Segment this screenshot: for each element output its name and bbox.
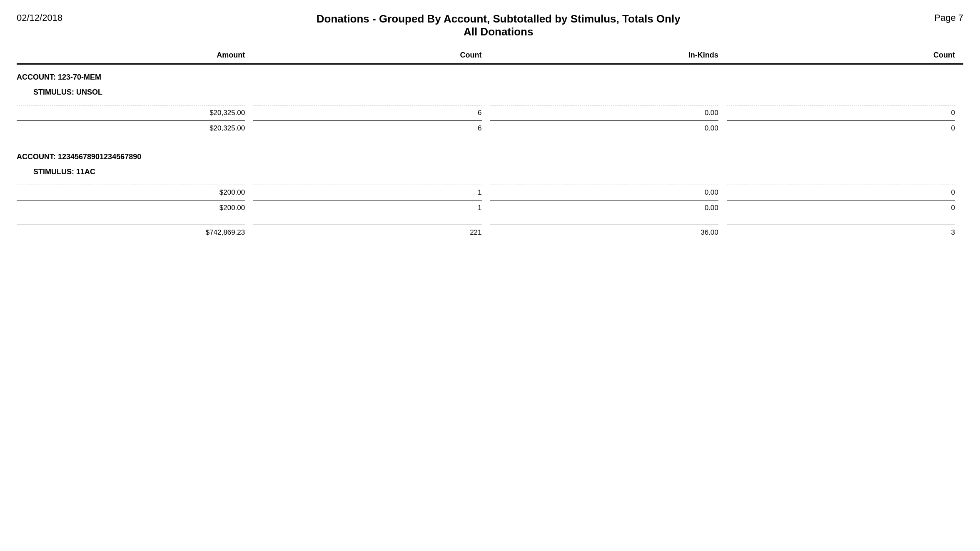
subtotal-count-cell: 6 (253, 124, 490, 133)
account-label-1: ACCOUNT: 123-70-MEM (17, 73, 963, 82)
subtotal-count-cell-2: 1 (253, 204, 490, 212)
col-header-count: Count (253, 51, 490, 61)
header-top-double-line (17, 63, 963, 65)
grand-total-row: $742,869.23 221 36.00 3 (17, 225, 963, 240)
col-header-inkinds: In-Kinds (490, 51, 727, 61)
table-row: $20,325.00 6 0.00 0 (17, 121, 963, 136)
account-label-2: ACCOUNT: 12345678901234567890 (17, 153, 963, 161)
stimulus-label-1: STIMULUS: UNSOL (33, 88, 963, 97)
count-cell-2: 1 (253, 188, 490, 197)
report-title-line2: All Donations (62, 25, 934, 38)
grand-total-ikcount: 3 (727, 228, 963, 237)
table-row: $20,325.00 6 0.00 0 (17, 105, 963, 120)
row-separator-2 (17, 200, 963, 200)
grand-total-inkinds: 36.00 (490, 228, 727, 237)
subtotal-ikcount-cell-2: 0 (727, 204, 963, 212)
dashed-line-2 (17, 185, 963, 185)
grand-total-count: 221 (253, 228, 490, 237)
report-content: ACCOUNT: 123-70-MEM STIMULUS: UNSOL $20,… (17, 73, 963, 240)
ikcount-cell: 0 (727, 109, 963, 117)
col-header-amount: Amount (17, 51, 253, 61)
subtotal-inkinds-cell: 0.00 (490, 124, 727, 133)
amount-cell: $20,325.00 (17, 109, 253, 117)
grand-total-amount: $742,869.23 (17, 228, 253, 237)
subtotal-inkinds-cell-2: 0.00 (490, 204, 727, 212)
inkinds-cell: 0.00 (490, 109, 727, 117)
inkinds-cell-2: 0.00 (490, 188, 727, 197)
subtotal-ikcount-cell: 0 (727, 124, 963, 133)
subtotal-amount-cell: $20,325.00 (17, 124, 253, 133)
grand-total-double-line (17, 224, 963, 225)
table-row: $200.00 1 0.00 0 (17, 200, 963, 215)
col-header-count2: Count (727, 51, 963, 61)
table-row: $200.00 1 0.00 0 (17, 185, 963, 200)
ikcount-cell-2: 0 (727, 188, 963, 197)
stimulus-label-2: STIMULUS: 11AC (33, 168, 963, 176)
page-number: Page 7 (934, 13, 963, 23)
dashed-line-1 (17, 105, 963, 105)
report-title-line1: Donations - Grouped By Account, Subtotal… (62, 13, 934, 25)
report-title: Donations - Grouped By Account, Subtotal… (62, 13, 934, 38)
count-cell: 6 (253, 109, 490, 117)
page-header: 02/12/2018 Donations - Grouped By Accoun… (17, 13, 963, 38)
amount-cell-2: $200.00 (17, 188, 253, 197)
row-separator-1 (17, 120, 963, 121)
report-date: 02/12/2018 (17, 13, 62, 23)
column-headers: Amount Count In-Kinds Count (17, 51, 963, 61)
subtotal-amount-cell-2: $200.00 (17, 204, 253, 212)
